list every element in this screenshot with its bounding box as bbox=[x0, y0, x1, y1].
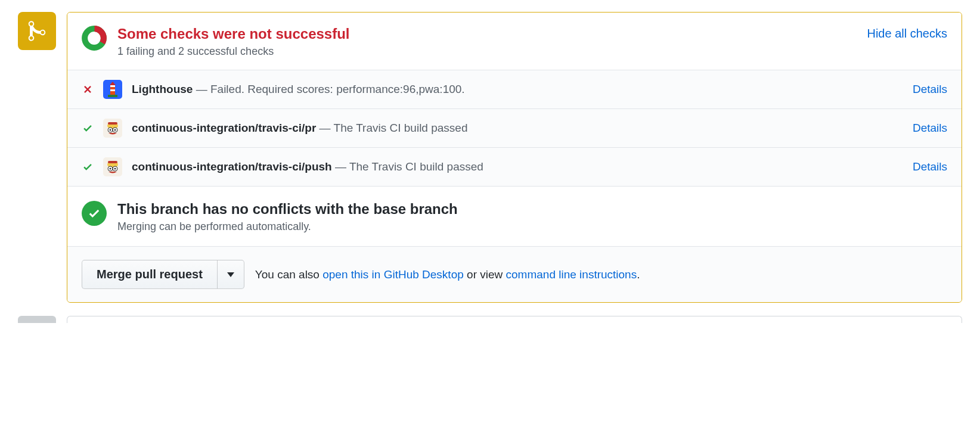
git-merge-icon bbox=[27, 20, 47, 42]
merge-pull-request-button[interactable]: Merge pull request bbox=[82, 260, 218, 289]
svg-rect-6 bbox=[108, 95, 117, 97]
check-details-link[interactable]: Details bbox=[913, 160, 947, 173]
merge-help-text: You can also open this in GitHub Desktop… bbox=[255, 268, 640, 281]
merge-action-bar: Merge pull request You can also open thi… bbox=[67, 246, 962, 302]
merge-button-group: Merge pull request bbox=[82, 260, 244, 289]
merge-status-badge bbox=[18, 12, 56, 50]
fail-icon bbox=[82, 84, 94, 95]
check-message: The Travis CI build passed bbox=[334, 122, 468, 134]
merge-panel: Some checks were not successful 1 failin… bbox=[67, 12, 962, 303]
svg-point-1 bbox=[85, 29, 104, 48]
svg-rect-3 bbox=[110, 85, 115, 87]
svg-point-12 bbox=[114, 129, 116, 131]
check-details-link[interactable]: Details bbox=[913, 83, 947, 96]
check-name: continuous-integration/travis-ci/pr bbox=[132, 122, 316, 134]
next-section-stub bbox=[18, 316, 962, 323]
check-name: Lighthouse bbox=[132, 83, 193, 95]
conflict-status: This branch has no conflicts with the ba… bbox=[67, 186, 962, 246]
svg-rect-4 bbox=[110, 89, 115, 91]
check-message: Failed. Required scores: performance:96,… bbox=[210, 83, 465, 95]
check-description: continuous-integration/travis-ci/pr — Th… bbox=[132, 122, 903, 135]
check-message: The Travis CI build passed bbox=[349, 160, 483, 173]
pass-icon bbox=[82, 162, 94, 172]
svg-point-18 bbox=[114, 168, 116, 170]
caret-down-icon bbox=[227, 272, 234, 277]
merge-options-dropdown[interactable] bbox=[218, 260, 244, 289]
checks-summary-subtitle: 1 failing and 2 successful checks bbox=[117, 45, 856, 58]
checks-summary-title: Some checks were not successful bbox=[117, 24, 856, 43]
check-row: continuous-integration/travis-ci/push — … bbox=[67, 147, 962, 186]
check-row: Lighthouse — Failed. Required scores: pe… bbox=[67, 70, 962, 108]
svg-rect-14 bbox=[108, 161, 117, 163]
conflict-subtitle: Merging can be performed automatically. bbox=[117, 220, 947, 233]
svg-marker-5 bbox=[110, 82, 116, 85]
check-description: Lighthouse — Failed. Required scores: pe… bbox=[132, 83, 903, 96]
svg-point-11 bbox=[110, 129, 111, 131]
check-name: continuous-integration/travis-ci/push bbox=[132, 160, 332, 173]
command-line-instructions-link[interactable]: command line instructions bbox=[506, 268, 637, 281]
checks-summary-header: Some checks were not successful 1 failin… bbox=[67, 13, 962, 70]
travis-avatar bbox=[103, 119, 122, 138]
check-details-link[interactable]: Details bbox=[913, 122, 947, 135]
svg-point-17 bbox=[110, 168, 111, 170]
open-github-desktop-link[interactable]: open this in GitHub Desktop bbox=[322, 268, 464, 281]
conflict-title: This branch has no conflicts with the ba… bbox=[117, 200, 947, 218]
lighthouse-avatar bbox=[103, 80, 122, 99]
success-circle-icon bbox=[82, 201, 107, 226]
check-description: continuous-integration/travis-ci/push — … bbox=[132, 160, 903, 173]
checks-donut-icon bbox=[82, 26, 107, 51]
travis-avatar bbox=[103, 157, 122, 176]
pass-icon bbox=[82, 123, 94, 133]
check-row: continuous-integration/travis-ci/pr — Th… bbox=[67, 108, 962, 147]
hide-all-checks-link[interactable]: Hide all checks bbox=[867, 24, 947, 41]
svg-rect-8 bbox=[108, 122, 117, 125]
stub-box bbox=[67, 316, 962, 323]
stub-avatar bbox=[18, 316, 56, 323]
